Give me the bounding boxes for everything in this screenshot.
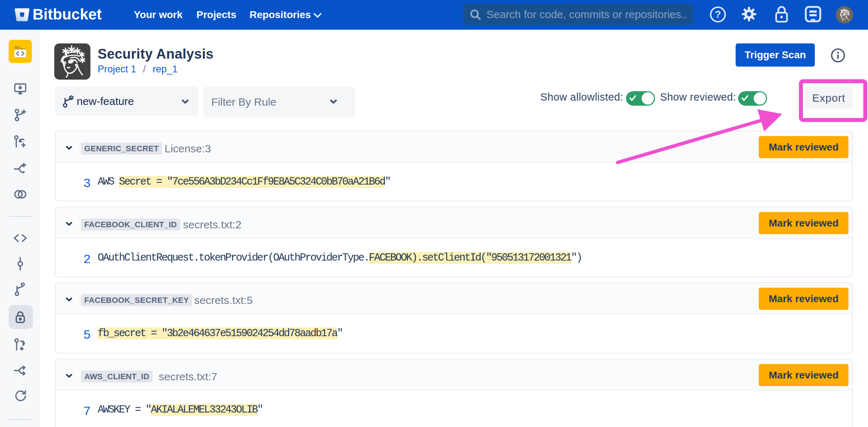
svg-text:?: ? bbox=[715, 9, 721, 20]
